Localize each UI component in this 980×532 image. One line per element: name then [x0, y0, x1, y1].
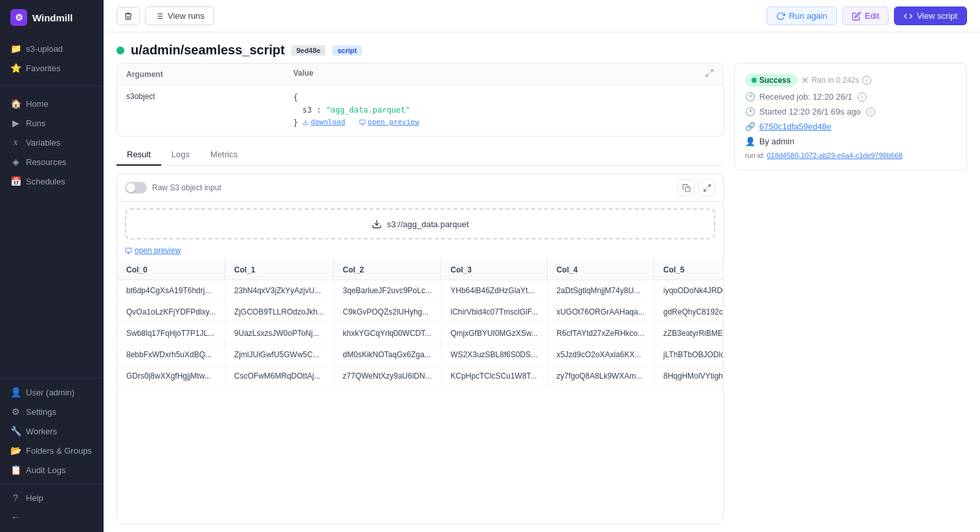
open-preview-inline-label: open preview	[368, 116, 419, 128]
edit-button[interactable]: Edit	[842, 6, 889, 25]
resource-icon: ◈	[10, 157, 21, 167]
open-preview-link[interactable]: open preview	[125, 246, 715, 255]
received-label: Received job: 12:20 26/1	[759, 92, 852, 102]
sidebar-item-back[interactable]: ←	[0, 507, 104, 527]
sidebar-item-label: Runs	[26, 118, 45, 128]
started-info-icon: i	[866, 107, 875, 116]
table-row: Swb8lq17FqHjoT7P1JL...9UazLsxzsJW0oPToNj…	[117, 323, 723, 344]
col-header-0: Col_0	[117, 260, 225, 280]
svg-line-13	[707, 184, 710, 187]
col-header-5: Col_5	[654, 260, 723, 280]
success-label: Success	[759, 76, 791, 85]
table-cell: GDrs0j8wXXgfHgjjMtw...	[117, 366, 225, 387]
settings-icon: ⚙	[10, 406, 21, 417]
sidebar-item-favorites[interactable]: ⭐ Favorites	[0, 58, 104, 78]
clock2-icon: 🕐	[745, 107, 755, 116]
sidebar-item-folders-groups[interactable]: 📂 Folders & Groups	[0, 441, 104, 460]
download-icon	[372, 219, 382, 229]
job-id-link[interactable]: 6750c1dfa59ed48e	[759, 122, 831, 131]
app-name: Windmill	[32, 12, 72, 23]
sidebar-item-settings[interactable]: ⚙ Settings	[0, 402, 104, 421]
raw-s3-toggle[interactable]	[125, 182, 147, 194]
download-area[interactable]: s3://agg_data.parquet	[125, 208, 715, 239]
tab-logs[interactable]: Logs	[161, 144, 200, 166]
received-row: 🕐 Received job: 12:20 26/1 i	[745, 92, 956, 102]
sidebar-item-audit-logs[interactable]: 📋 Audit Logs	[0, 460, 104, 480]
edit-label: Edit	[865, 11, 879, 21]
table-cell: CscOFwM6MRqDOttAj...	[225, 366, 333, 387]
link-icon: 🔗	[745, 122, 755, 131]
sidebar-item-label: Workers	[26, 427, 57, 436]
sidebar-item-label: Variables	[26, 138, 60, 148]
play-icon: ▶	[10, 118, 21, 128]
ran-in-label: Ran in 0.242s	[812, 76, 860, 85]
svg-rect-16	[126, 248, 131, 252]
args-col-argument: Argument	[117, 63, 284, 85]
success-dot-icon	[752, 78, 757, 83]
tab-metrics[interactable]: Metrics	[200, 144, 248, 166]
content-area: Argument Value s3object	[104, 63, 980, 532]
sidebar-item-resources[interactable]: ◈ Resources	[0, 152, 104, 172]
tab-result[interactable]: Result	[117, 144, 161, 166]
sidebar-item-home[interactable]: 🏠 Home	[0, 94, 104, 113]
toggle-label: Raw S3 object input	[152, 183, 221, 192]
table-cell: WS2X3uzSBL8f6S0DS...	[441, 344, 547, 366]
right-panel: Success ✕ Ran in 0.242s i 🕐 Received job…	[734, 63, 967, 524]
status-row: Success ✕ Ran in 0.242s i	[745, 74, 956, 87]
sidebar-item-label: Resources	[26, 157, 66, 167]
status-dot	[117, 47, 124, 54]
svg-line-6	[710, 70, 713, 72]
table-cell: 2aDtSgtlqMnjjM74y8U...	[547, 280, 654, 302]
table-row: QvOa1oLzKFjYDFPdlxy...ZjGCOB9TLLROdzoJkh…	[117, 302, 723, 323]
sidebar-item-user[interactable]: 👤 User (admin)	[0, 382, 104, 402]
run-id-link[interactable]: 018d4580-1072-ab29-e6a4-c1de9798b668	[767, 151, 903, 159]
table-cell: xUGOt76ORGrAAHaqa...	[547, 302, 654, 323]
view-runs-button[interactable]: View runs	[145, 6, 214, 25]
expand-button[interactable]	[705, 69, 714, 80]
expand-icon-button[interactable]	[698, 179, 715, 196]
sidebar-item-schedules[interactable]: 📅 Schedules	[0, 172, 104, 191]
toolbar-icons	[678, 179, 715, 196]
sidebar-item-label: Schedules	[26, 177, 65, 186]
table-cell: x5Jzd9cO2oXAxla6KX...	[547, 344, 654, 366]
sidebar-item-label: s3-upload	[26, 44, 63, 54]
topbar: View runs Run again Edit View script	[104, 0, 980, 32]
delete-button[interactable]	[117, 7, 140, 25]
help-icon: ?	[10, 493, 21, 503]
col-header-3: Col_3	[441, 260, 547, 280]
toggle-wrap: Raw S3 object input	[125, 182, 221, 194]
script-hash-badge: 9ed48e	[291, 45, 326, 56]
sidebar-item-label: Help	[26, 493, 43, 503]
job-id-row: 🔗 6750c1dfa59ed48e	[745, 122, 956, 131]
sidebar-item-workers[interactable]: 🔧 Workers	[0, 421, 104, 441]
open-preview-label: open preview	[135, 246, 181, 255]
view-script-button[interactable]: View script	[894, 6, 967, 25]
open-preview-inline-link[interactable]: open preview	[359, 116, 419, 128]
user2-icon: 👤	[745, 137, 755, 146]
sidebar-bottom: 👤 User (admin) ⚙ Settings 🔧 Workers 📂 Fo…	[0, 369, 104, 532]
download-link[interactable]: download	[302, 116, 345, 128]
sidebar-logo[interactable]: ⚙ Windmill	[0, 0, 104, 35]
table-cell: QmjxGfBYUI0MGzXSw...	[441, 323, 547, 344]
sidebar-item-s3upload[interactable]: 📁 s3-upload	[0, 39, 104, 58]
variable-icon: x	[10, 137, 21, 148]
run-again-button[interactable]: Run again	[766, 6, 837, 25]
sidebar-item-help[interactable]: ? Help	[0, 488, 104, 507]
table-row: s3object { s3 : "agg_data.parquet" } dow…	[117, 85, 723, 137]
data-table-wrap: Col_0 Col_1 Col_2 Col_3 Col_4 Col_5 bt6d…	[117, 260, 723, 524]
table-cell: zy7fgoQ8A8Lk9WXAm...	[547, 366, 654, 387]
table-cell: 3qeBarlueJF2uvc9PoLc...	[333, 280, 441, 302]
code-icon	[904, 12, 913, 21]
view-runs-label: View runs	[168, 11, 205, 21]
topbar-right: Run again Edit View script	[766, 6, 967, 25]
windmill-logo-icon: ⚙	[10, 9, 27, 26]
sidebar-item-variables[interactable]: x Variables	[0, 133, 104, 152]
refresh-icon	[776, 12, 785, 21]
ran-in-row: ✕ Ran in 0.242s i	[801, 75, 871, 85]
topbar-left: View runs	[117, 6, 214, 25]
svg-line-14	[704, 188, 706, 191]
table-row: bt6dp4CgXsA19T6hdrj...23hN4qxV3jZkYyAzjv…	[117, 280, 723, 302]
copy-icon-button[interactable]	[678, 179, 695, 196]
result-tabs: Result Logs Metrics	[117, 144, 724, 166]
sidebar-item-runs[interactable]: ▶ Runs	[0, 113, 104, 133]
